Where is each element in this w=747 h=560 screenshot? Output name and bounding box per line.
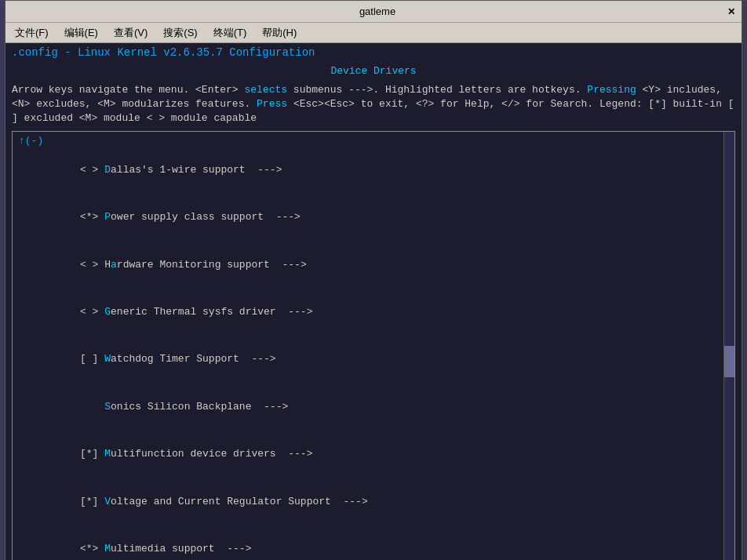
title-bar: gatleme ✕ (5, 1, 742, 23)
list-item[interactable]: < > Dallas's 1-wire support ---> (19, 147, 728, 194)
pressing-text: Pressing (587, 84, 636, 96)
device-drivers-title: Device Drivers (5, 62, 742, 78)
close-button[interactable]: ✕ (727, 6, 735, 17)
list-item[interactable]: Sonics Silicon Backplane ---> (19, 384, 728, 431)
menu-bar: 文件(F) 编辑(E) 查看(V) 搜索(S) 终端(T) 帮助(H) (5, 23, 742, 43)
terminal-area: .config - Linux Kernel v2.6.35.7 Configu… (5, 43, 742, 560)
list-item[interactable]: [*] Voltage and Current Regulator Suppor… (19, 478, 728, 525)
info-text: Arrow keys navigate the menu. <Enter> se… (5, 78, 742, 129)
menu-file[interactable]: 文件(F) (9, 24, 55, 42)
list-item[interactable]: <*> Power supply class support ---> (19, 194, 728, 241)
menu-view[interactable]: 查看(V) (107, 24, 154, 42)
menu-terminal[interactable]: 终端(T) (207, 24, 253, 42)
list-item[interactable]: < > Generic Thermal sysfs driver ---> (19, 289, 728, 336)
list-item[interactable]: <*> Multimedia support ---> (19, 525, 728, 560)
menu-help[interactable]: 帮助(H) (256, 24, 303, 42)
scrollbar-thumb[interactable] (724, 346, 734, 377)
list-item[interactable]: [*] Multifunction device drivers ---> (19, 431, 728, 478)
selects-text: selects (244, 84, 287, 96)
config-title: .config - Linux Kernel v2.6.35.7 Configu… (5, 43, 742, 62)
scroll-up-indicator: ↑(-) (13, 135, 734, 147)
list-item[interactable]: < > Hardware Monitoring support ---> (19, 241, 728, 288)
press-text: Press (257, 98, 287, 110)
menu-search[interactable]: 搜索(S) (157, 24, 203, 42)
content-box: ↑(-) < > Dallas's 1-wire support ---> <*… (12, 131, 735, 560)
scrollbar[interactable] (723, 132, 734, 560)
window-title: gatleme (27, 5, 727, 17)
main-window: gatleme ✕ 文件(F) 编辑(E) 查看(V) 搜索(S) 终端(T) … (5, 0, 742, 560)
menu-edit[interactable]: 编辑(E) (58, 24, 104, 42)
menu-list: < > Dallas's 1-wire support ---> <*> Pow… (13, 147, 734, 560)
list-item[interactable]: [ ] Watchdog Timer Support ---> (19, 336, 728, 383)
